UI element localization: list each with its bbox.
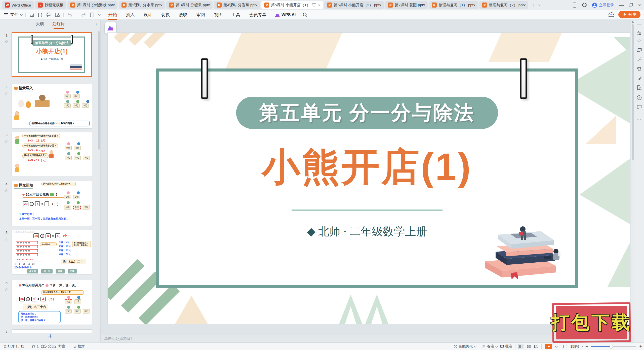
slide-thumbnail-5[interactable]: 点击相应的按钮会出现动画 20 ÷ 5 = 4 （个） 用●代替1元。 −5 −… [12,230,92,274]
scrollbar-thumb[interactable] [632,24,634,160]
share-button[interactable]: 分享 [618,11,640,18]
star-icon[interactable]: ☆ [5,188,8,193]
menu-transition[interactable]: 切换 [161,12,170,18]
star-icon[interactable]: ☆ [5,139,8,144]
tab-file-2[interactable]: P第2课时 分水果.pptx [119,1,165,9]
menu-view[interactable]: 视图 [214,12,223,18]
zoom-in-button[interactable]: + [639,344,642,349]
present-monitor-icon[interactable] [312,3,316,7]
tab-file-4[interactable]: P第4课时 分香蕉.pptx [214,1,260,9]
star-icon[interactable]: ☆ [5,39,8,44]
unit-banner[interactable]: 第五单元 分一分与除法 [236,97,498,129]
panel-scrollbar[interactable] [98,31,100,150]
search-icon[interactable] [303,12,308,17]
undo-icon[interactable] [67,13,72,17]
dash-icon[interactable] [637,24,641,24]
bg-triangle [580,159,630,224]
adjust-sliders-icon[interactable] [637,31,642,36]
tab-outline[interactable]: 大纲 [36,22,44,27]
tab-slides[interactable]: 幻灯片 [53,22,65,27]
view-sorter-icon[interactable] [527,344,531,348]
scroll-up-arrow[interactable] [632,21,634,23]
tab-file-8[interactable]: P整理与复习（1）.pptx [429,1,478,9]
undo-chevron[interactable] [76,13,78,16]
zoom-level[interactable]: 159% [570,344,582,348]
menu-design[interactable]: 设计 [144,12,152,18]
menu-member[interactable]: 会员专享 [249,12,266,18]
star-effects-icon[interactable]: ☆ [637,38,641,44]
smart-beautify-button[interactable]: 智能美化 [454,344,476,349]
answer-box-empty [45,201,49,206]
more-dots-icon[interactable]: ••• [637,118,641,122]
close-tab-icon[interactable]: × [318,3,320,7]
fit-window-icon[interactable] [563,344,567,348]
slide-number: 1 [6,33,8,37]
star-icon[interactable]: ☆ [5,287,8,292]
format-chevron[interactable] [98,13,101,16]
tab-docer-templates[interactable]: ◗找稻壳模板 [35,1,66,9]
slide-title[interactable]: 小熊开店(1) [159,146,575,187]
play-options-chevron[interactable] [555,345,558,347]
tab-file-5-active[interactable]: P 第5课时 小熊开店（1） × [261,1,323,9]
comments-button[interactable]: 批注 [500,344,512,349]
wps-ai-menu[interactable]: WPS AI [274,13,296,17]
print-preview-icon[interactable] [55,12,60,17]
print-icon[interactable] [46,12,51,17]
collapse-panel-icon[interactable]: ‹ [96,21,97,27]
export-icon[interactable] [38,12,43,17]
menu-slideshow[interactable]: 放映 [179,12,187,18]
add-slide-button[interactable]: + [0,332,100,340]
design-shirt-icon[interactable] [637,66,642,72]
view-normal-button[interactable] [518,344,524,349]
save-icon[interactable] [29,12,34,17]
login-button[interactable]: 立即登录 [592,3,614,8]
restore-icon[interactable] [629,3,633,7]
comment-icon[interactable] [637,105,642,109]
menu-tools[interactable]: 工具 [232,12,240,18]
shapes-icon[interactable] [637,48,642,53]
tab-list-chevron[interactable] [538,4,541,6]
zoom-slider[interactable] [591,346,636,347]
proofread-button[interactable]: 校对 [72,344,85,349]
menu-review[interactable]: 审阅 [196,12,205,18]
slide-thumbnail-4[interactable]: 探究新知 从20里面有几个5，用除法计算。 20元可以买几辆 ？ 20 ÷ 5 … [12,181,92,226]
design-shirt-icon [31,344,35,348]
minimize-icon[interactable]: — [619,2,624,8]
tab-file-6[interactable]: P第6课时 小熊开店（2）.pptx [324,1,384,9]
design-scheme-button[interactable]: 1_自定义设计方案 [31,344,65,349]
tab-file-7[interactable]: P第7课时 花园.pptx [385,1,428,9]
doc-search-icon[interactable] [637,85,642,90]
help-icon[interactable]: ? [637,95,642,100]
upload-cloud-icon[interactable] [608,12,614,17]
tab-file-9[interactable]: P整理与复习（2）.pptx [479,1,528,9]
menu-home[interactable]: 开始 [108,12,117,18]
tab-file-1[interactable]: P第1课时 分物游戏.pptx [67,1,117,9]
format-doc-icon[interactable] [90,12,95,17]
redo-icon[interactable] [81,13,86,17]
slide-thumbnail-2[interactable]: 情景导入 9元3元 2元5元8元 根据图中的信息你能提出什么数学问题呢？ [12,84,92,129]
magic-wand-icon[interactable] [637,57,642,62]
appcenter-icon[interactable] [582,3,587,8]
slide-thumbnail-3[interactable]: 一个布娃娃和一个皮球一共多少元？ 9+3 = 12（元） 一个布娃娃比一个皮球贵… [12,132,92,177]
zoom-out-button[interactable]: − [585,344,588,349]
tab-file-3[interactable]: P第3课时 分糖果.pptx [166,1,213,9]
star-icon[interactable]: ☆ [5,91,8,96]
menu-insert[interactable]: 插入 [126,12,135,18]
tab-wps-office[interactable]: WWPS Office [2,1,34,9]
notes-button[interactable]: 备注 [482,344,497,349]
file-menu[interactable]: 文件 [4,12,22,17]
device-icon[interactable] [572,3,577,8]
view-reading-icon[interactable] [534,345,538,348]
slideshow-play-button[interactable] [545,344,552,349]
close-window-icon[interactable]: × [638,2,641,8]
star-icon[interactable]: ☆ [5,237,8,241]
slide-canvas[interactable]: 第五单元 分一分与除法 小熊开店(1) ◆ 北师 · 二年级数学上册 [108,33,630,324]
slide-thumbnail-1[interactable]: 第五单元 分一分与除法 小熊开店(1) ◆ 北师 · 二年级数学上册 [12,32,92,77]
new-tab-button[interactable]: + [532,2,536,9]
zoom-slider-handle[interactable] [610,345,613,348]
signature-icon[interactable] [637,76,642,81]
editor-scrollbar[interactable] [631,20,634,335]
wps-ai-assistant-button[interactable] [105,22,116,34]
task-line: 2.画一画，写一写，表示出你的思考过程。 [19,217,69,221]
slide-thumbnail-6[interactable]: 36元可以买几个 ？算一算，说一说。 从36里面有几个9，用除法计算。 36 ÷… [12,280,92,325]
